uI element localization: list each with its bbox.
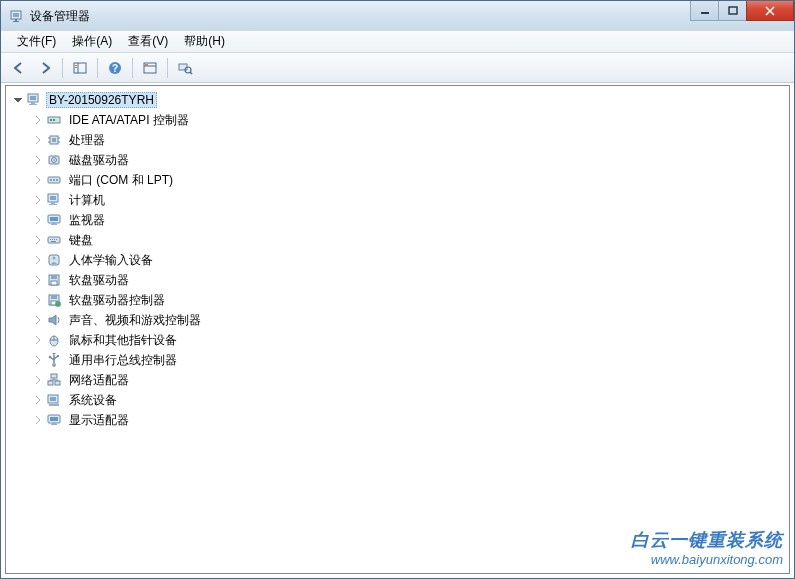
tree-node-label: 软盘驱动器控制器 [66, 291, 168, 310]
expand-icon[interactable] [32, 394, 44, 406]
tree-node[interactable]: 键盘 [6, 230, 789, 250]
svg-rect-16 [145, 64, 148, 66]
cpu-icon [46, 132, 62, 148]
svg-rect-22 [31, 102, 35, 104]
expand-icon[interactable] [32, 114, 44, 126]
tree-node-label: 处理器 [66, 131, 108, 150]
svg-rect-5 [729, 7, 737, 14]
device-tree-panel[interactable]: BY-20150926TYRH IDE ATA/ATAPI 控制器 处理器 磁盘… [5, 85, 790, 574]
minimize-button[interactable] [690, 1, 719, 21]
expand-icon[interactable] [32, 274, 44, 286]
forward-button[interactable] [33, 56, 57, 80]
tree-node[interactable]: 磁盘驱动器 [6, 150, 789, 170]
sound-icon [46, 312, 62, 328]
tree-node[interactable]: 鼠标和其他指针设备 [6, 330, 789, 350]
back-button[interactable] [7, 56, 31, 80]
expand-icon[interactable] [32, 354, 44, 366]
svg-rect-73 [55, 381, 60, 385]
svg-text:?: ? [112, 63, 118, 74]
svg-rect-1 [13, 13, 19, 17]
scan-hardware-button[interactable] [173, 56, 197, 80]
tree-node[interactable]: 声音、视频和游戏控制器 [6, 310, 789, 330]
svg-rect-42 [51, 202, 55, 204]
svg-point-38 [53, 179, 55, 181]
usb-icon [46, 352, 62, 368]
tree-node-label: 磁盘驱动器 [66, 151, 132, 170]
expand-icon[interactable] [32, 194, 44, 206]
tree-node[interactable]: 计算机 [6, 190, 789, 210]
expand-icon[interactable] [32, 334, 44, 346]
menu-view[interactable]: 查看(V) [120, 31, 176, 52]
tree-node-label: 监视器 [66, 211, 108, 230]
device-manager-window: 设备管理器 文件(F) 操作(A) 查看(V) 帮助(H) [0, 0, 795, 579]
tree-node-label: 系统设备 [66, 391, 120, 410]
expand-icon[interactable] [32, 174, 44, 186]
tree-node[interactable]: 系统设备 [6, 390, 789, 410]
svg-point-39 [56, 179, 58, 181]
tree-node-label: 显示适配器 [66, 411, 132, 430]
tree-node[interactable]: 网络适配器 [6, 370, 789, 390]
network-icon [46, 372, 62, 388]
menu-file[interactable]: 文件(F) [9, 31, 64, 52]
svg-rect-4 [701, 12, 709, 14]
tree-node-label: IDE ATA/ATAPI 控制器 [66, 111, 192, 130]
menu-help[interactable]: 帮助(H) [176, 31, 233, 52]
svg-rect-57 [51, 275, 57, 279]
svg-rect-60 [51, 295, 57, 299]
svg-point-66 [52, 363, 56, 367]
tree-node[interactable]: IDE ATA/ATAPI 控制器 [6, 110, 789, 130]
svg-line-19 [190, 72, 192, 74]
svg-rect-81 [49, 404, 59, 406]
tree-node[interactable]: 通用串行总线控制器 [6, 350, 789, 370]
svg-rect-80 [50, 397, 56, 401]
expand-icon[interactable] [32, 254, 44, 266]
tree-node-label: 鼠标和其他指针设备 [66, 331, 180, 350]
floppyctrl-icon [46, 292, 62, 308]
expand-icon[interactable] [32, 154, 44, 166]
expand-icon[interactable] [32, 374, 44, 386]
system-icon [46, 392, 62, 408]
svg-point-35 [53, 159, 55, 161]
expand-icon[interactable] [32, 414, 44, 426]
floppy-icon [46, 272, 62, 288]
expand-icon[interactable] [32, 314, 44, 326]
menu-action[interactable]: 操作(A) [64, 31, 120, 52]
collapse-icon[interactable] [12, 94, 24, 106]
svg-rect-21 [30, 96, 36, 100]
app-icon [9, 8, 25, 24]
svg-rect-52 [56, 239, 57, 240]
svg-rect-25 [50, 119, 52, 121]
svg-rect-83 [50, 417, 58, 421]
toolbar: ? [1, 53, 794, 83]
tree-root-node[interactable]: BY-20150926TYRH [6, 90, 789, 110]
expand-icon[interactable] [32, 294, 44, 306]
expand-icon[interactable] [32, 234, 44, 246]
show-hide-console-button[interactable] [68, 56, 92, 80]
svg-point-62 [55, 301, 61, 307]
computer-icon [26, 92, 42, 108]
close-button[interactable] [746, 1, 794, 21]
tree-node[interactable]: 显示适配器 [6, 410, 789, 430]
tree-node[interactable]: 软盘驱动器 [6, 270, 789, 290]
tree-node-label: 端口 (COM 和 LPT) [66, 171, 176, 190]
help-button[interactable]: ? [103, 56, 127, 80]
properties-button[interactable] [138, 56, 162, 80]
tree-node[interactable]: 人体学输入设备 [6, 250, 789, 270]
svg-rect-41 [50, 196, 56, 200]
svg-rect-84 [52, 423, 56, 424]
svg-rect-3 [13, 21, 19, 22]
window-title: 设备管理器 [30, 8, 90, 25]
tree-node[interactable]: 端口 (COM 和 LPT) [6, 170, 789, 190]
tree-node[interactable]: 处理器 [6, 130, 789, 150]
tree-node[interactable]: 监视器 [6, 210, 789, 230]
svg-rect-53 [51, 241, 56, 242]
expand-icon[interactable] [32, 134, 44, 146]
tree-node[interactable]: 软盘驱动器控制器 [6, 290, 789, 310]
tree-node-label: 网络适配器 [66, 371, 132, 390]
device-tree: BY-20150926TYRH IDE ATA/ATAPI 控制器 处理器 磁盘… [6, 90, 789, 430]
expand-icon[interactable] [32, 214, 44, 226]
maximize-button[interactable] [718, 1, 747, 21]
mouse-icon [46, 332, 62, 348]
svg-point-55 [53, 257, 56, 260]
svg-rect-2 [15, 19, 17, 21]
